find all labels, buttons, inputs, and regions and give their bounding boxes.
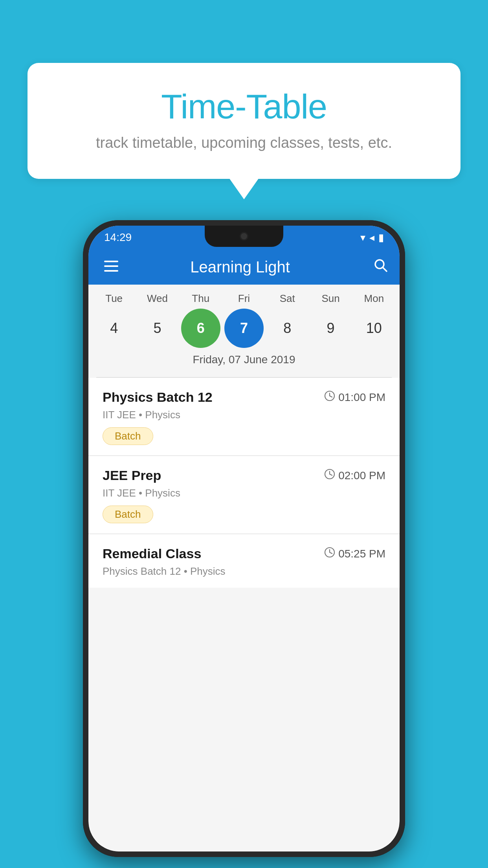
schedule-item-3[interactable]: Remedial Class 05:25 PM: [88, 534, 400, 588]
speech-bubble: Time-Table track timetable, upcoming cla…: [28, 63, 460, 179]
svg-line-13: [330, 552, 332, 554]
clock-icon-1: [324, 390, 335, 404]
menu-icon[interactable]: [100, 256, 122, 278]
schedule-item-2-header: JEE Prep 02:00 PM: [103, 468, 385, 483]
day-header-thu: Thu: [181, 292, 220, 305]
day-header-wed: Wed: [138, 292, 177, 305]
signal-icon: ◂: [369, 232, 374, 244]
schedule-item-2-subtitle: IIT JEE • Physics: [103, 487, 385, 499]
day-7-selected[interactable]: 7: [224, 309, 264, 348]
phone-notch: [205, 226, 283, 247]
phone-camera: [240, 232, 248, 241]
status-icons: ▾ ◂ ▮: [360, 232, 384, 244]
schedule-item-3-title: Remedial Class: [103, 546, 201, 561]
clock-icon-3: [324, 547, 335, 561]
phone-frame: 14:29 ▾ ◂ ▮ Learning Light: [83, 220, 405, 857]
schedule-item-3-subtitle: Physics Batch 12 • Physics: [103, 565, 385, 577]
svg-rect-2: [104, 270, 118, 272]
schedule-item-2-time: 02:00 PM: [324, 469, 385, 482]
day-header-fri: Fri: [224, 292, 264, 305]
search-icon[interactable]: [374, 258, 388, 276]
day-4[interactable]: 4: [94, 309, 134, 348]
schedule-item-3-time: 05:25 PM: [324, 547, 385, 561]
phone-mockup: 14:29 ▾ ◂ ▮ Learning Light: [83, 220, 405, 857]
day-8[interactable]: 8: [268, 309, 307, 348]
day-header-sat: Sat: [268, 292, 307, 305]
clock-icon-2: [324, 469, 335, 482]
schedule-item-2-tag: Batch: [103, 506, 153, 523]
svg-line-10: [330, 474, 332, 475]
selected-date-label: Friday, 07 June 2019: [88, 348, 400, 373]
schedule-list: Physics Batch 12 01:00 PM: [88, 378, 400, 588]
schedule-item-1-header: Physics Batch 12 01:00 PM: [103, 390, 385, 405]
phone-screen: 14:29 ▾ ◂ ▮ Learning Light: [88, 226, 400, 851]
day-numbers: 4 5 6 7 8 9 10: [88, 309, 400, 348]
day-9[interactable]: 9: [311, 309, 350, 348]
day-10[interactable]: 10: [354, 309, 394, 348]
svg-rect-0: [104, 261, 118, 262]
schedule-item-1-title: Physics Batch 12: [103, 390, 213, 405]
day-header-mon: Mon: [354, 292, 394, 305]
day-header-sun: Sun: [311, 292, 350, 305]
calendar-strip: Tue Wed Thu Fri Sat Sun Mon 4 5 6 7 8 9 …: [88, 285, 400, 377]
page-title: Time-Table: [59, 86, 429, 127]
day-headers: Tue Wed Thu Fri Sat Sun Mon: [88, 292, 400, 305]
svg-line-7: [330, 396, 332, 397]
schedule-item-2-title: JEE Prep: [103, 468, 161, 483]
battery-icon: ▮: [378, 232, 384, 244]
day-5[interactable]: 5: [138, 309, 177, 348]
page-subtitle: track timetable, upcoming classes, tests…: [59, 134, 429, 151]
app-title: Learning Light: [130, 258, 350, 276]
schedule-item-1[interactable]: Physics Batch 12 01:00 PM: [88, 378, 400, 456]
day-header-tue: Tue: [94, 292, 134, 305]
schedule-item-1-time: 01:00 PM: [324, 390, 385, 404]
day-6-today[interactable]: 6: [181, 309, 220, 348]
status-time: 14:29: [104, 231, 132, 244]
wifi-icon: ▾: [360, 232, 365, 244]
svg-line-4: [383, 267, 387, 271]
schedule-item-3-header: Remedial Class 05:25 PM: [103, 546, 385, 561]
svg-rect-1: [104, 265, 118, 267]
schedule-item-2[interactable]: JEE Prep 02:00 PM: [88, 456, 400, 534]
app-bar: Learning Light: [88, 249, 400, 285]
schedule-item-1-tag: Batch: [103, 427, 153, 445]
speech-bubble-container: Time-Table track timetable, upcoming cla…: [28, 63, 460, 179]
schedule-item-1-subtitle: IIT JEE • Physics: [103, 409, 385, 421]
